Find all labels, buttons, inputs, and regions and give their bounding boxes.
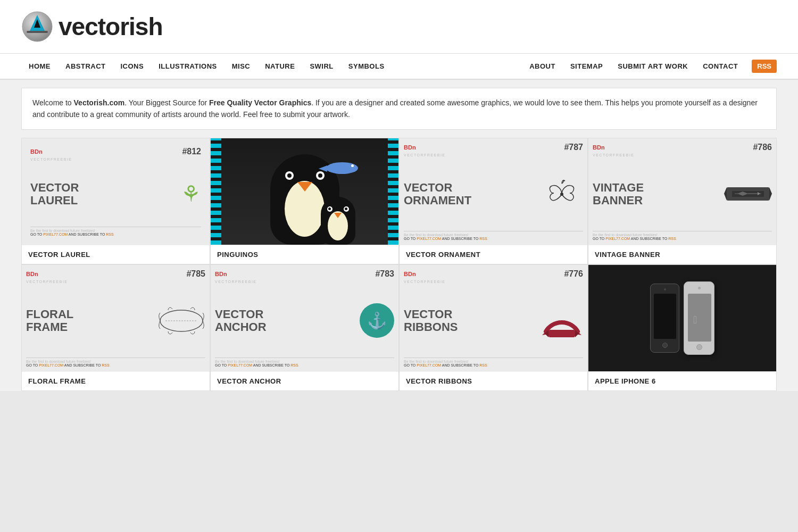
thumb-vector-ornament: BDn #787 VECTORFREEBIE VECTORORNAMENT (400, 138, 587, 245)
svg-marker-7 (769, 187, 772, 201)
nav-submit[interactable]: SUBMIT ART WORK (610, 54, 695, 79)
caption-vintage-banner: VINTAGE BANNER (588, 245, 776, 264)
thumb-vintage-banner: BDn #786 VECTORFREEBIE VINTAGEBANNER (588, 138, 776, 245)
nav-sitemap[interactable]: SITEMAP (563, 54, 610, 79)
logo-text: vectorish (59, 12, 163, 41)
nav-illustrations[interactable]: ILLUSTRATIONS (151, 54, 225, 79)
nav-abstract[interactable]: ABSTRACT (58, 54, 113, 79)
svg-point-4 (560, 193, 563, 196)
nav-misc[interactable]: MISC (225, 54, 258, 79)
caption-pinguinos: PINGUINOS (211, 245, 398, 264)
nav-left: HOME ABSTRACT ICONS ILLUSTRATIONS MISC N… (21, 54, 392, 79)
grid-item-vector-anchor[interactable]: BDn #783 VECTORFREEBIE VECTORANCHOR ⚓ Be… (210, 264, 399, 391)
caption-vector-ribbons: VECTOR RIBBONS (400, 371, 587, 390)
rss-button[interactable]: RSS (752, 60, 777, 73)
thumb-pinguinos (211, 138, 398, 245)
thumb-vector-ribbons: BDn #776 VECTORFREEBIE VECTORRIBBONS (400, 265, 587, 371)
caption-floral-frame: FLORAL FRAME (22, 371, 210, 390)
nav-home[interactable]: HOME (21, 54, 58, 79)
nav-nature[interactable]: NATURE (257, 54, 302, 79)
nav-contact[interactable]: CONTACT (695, 54, 745, 79)
logo-area: vectorish (21, 11, 777, 43)
svg-rect-3 (27, 31, 48, 33)
caption-vector-laurel: VECTOR LAUREL (22, 245, 210, 264)
thumb-vector-anchor: BDn #783 VECTORFREEBIE VECTORANCHOR ⚓ Be… (211, 265, 398, 371)
grid-item-pinguinos[interactable]: PINGUINOS (210, 138, 399, 264)
main-nav: HOME ABSTRACT ICONS ILLUSTRATIONS MISC N… (0, 54, 798, 80)
welcome-text: Welcome to Vectorish.com. Your Biggest S… (32, 98, 758, 119)
grid-item-floral-frame[interactable]: BDn #785 VECTORFREEBIE FLORALFRAME (21, 264, 210, 391)
caption-apple-iphone: APPLE IPHONE 6 (588, 371, 776, 390)
thumb-iphone:  (588, 265, 776, 371)
grid-item-vintage-banner[interactable]: BDn #786 VECTORFREEBIE VINTAGEBANNER (588, 138, 777, 264)
caption-vector-ornament: VECTOR ORNAMENT (400, 245, 587, 264)
grid-item-apple-iphone[interactable]:  APPLE IPHONE 6 (588, 264, 777, 391)
thumb-vector-laurel: BDn #812 VECTORFREEBIE VECTORLAUREL ⚘ Be… (22, 138, 210, 245)
svg-marker-6 (724, 187, 727, 201)
nav-swirl[interactable]: SWIRL (302, 54, 340, 79)
grid-item-vector-ornament[interactable]: BDn #787 VECTORFREEBIE VECTORORNAMENT (399, 138, 588, 264)
thumb-floral-frame: BDn #785 VECTORFREEBIE FLORALFRAME (22, 265, 210, 371)
logo-icon[interactable] (21, 11, 53, 43)
grid-item-vector-ribbons[interactable]: BDn #776 VECTORFREEBIE VECTORRIBBONS (399, 264, 588, 391)
svg-rect-17 (548, 330, 575, 337)
grid-item-vector-laurel[interactable]: BDn #812 VECTORFREEBIE VECTORLAUREL ⚘ Be… (21, 138, 210, 264)
caption-vector-anchor: VECTOR ANCHOR (211, 371, 398, 390)
nav-about[interactable]: ABOUT (522, 54, 563, 79)
nav-symbols[interactable]: SYMBOLS (341, 54, 392, 79)
nav-icons[interactable]: ICONS (113, 54, 152, 79)
welcome-banner: Welcome to Vectorish.com. Your Biggest S… (21, 88, 777, 130)
artwork-grid: BDn #812 VECTORFREEBIE VECTORLAUREL ⚘ Be… (21, 138, 777, 391)
nav-right: ABOUT SITEMAP SUBMIT ART WORK CONTACT RS… (522, 54, 777, 79)
